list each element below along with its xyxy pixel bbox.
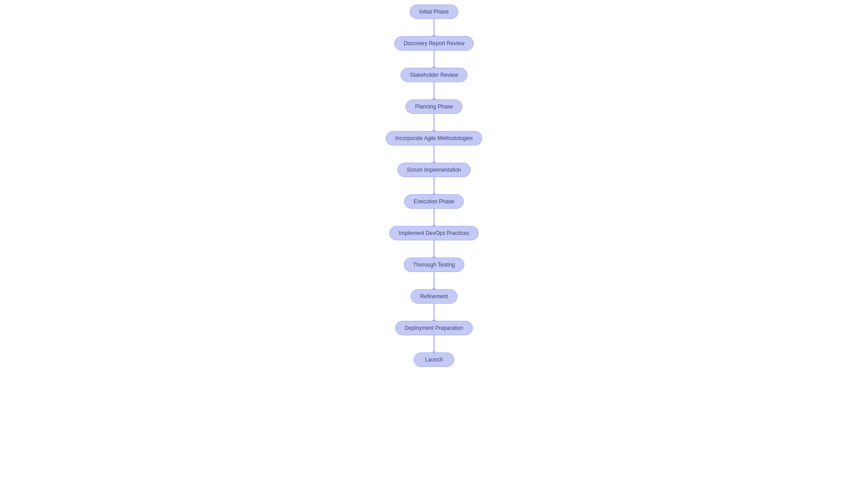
connector-execution-phase-to-implement-devops bbox=[434, 209, 434, 226]
connector-discovery-report-review-to-stakeholder-review bbox=[434, 51, 434, 68]
connector-initial-phase-to-discovery-report-review bbox=[434, 19, 434, 36]
node-discovery-report-review[interactable]: Discovery Report Review bbox=[394, 36, 474, 51]
node-scrum-implementation[interactable]: Scrum Implementation bbox=[397, 163, 471, 177]
flowchart: Initial PhaseDiscovery Report ReviewStak… bbox=[386, 5, 482, 367]
node-execution-phase[interactable]: Execution Phase bbox=[404, 194, 464, 209]
node-deployment-preparation[interactable]: Deployment Preparation bbox=[395, 321, 472, 335]
node-planning-phase[interactable]: Planning Phase bbox=[406, 99, 462, 114]
node-thorough-testing[interactable]: Thorough Testing bbox=[404, 258, 465, 272]
node-initial-phase[interactable]: Initial Phase bbox=[410, 5, 458, 19]
connector-incorporate-agile-to-scrum-implementation bbox=[434, 145, 434, 163]
connector-deployment-preparation-to-launch bbox=[434, 335, 434, 352]
connector-refinement-to-deployment-preparation bbox=[434, 304, 434, 321]
node-launch[interactable]: Launch bbox=[414, 352, 454, 367]
flowchart-container: Initial PhaseDiscovery Report ReviewStak… bbox=[0, 0, 868, 488]
connector-stakeholder-review-to-planning-phase bbox=[434, 82, 434, 99]
connector-thorough-testing-to-refinement bbox=[434, 272, 434, 289]
connector-implement-devops-to-thorough-testing bbox=[434, 240, 434, 258]
connector-scrum-implementation-to-execution-phase bbox=[434, 177, 434, 194]
node-refinement[interactable]: Refinement bbox=[410, 289, 457, 304]
node-incorporate-agile[interactable]: Incorporate Agile Methodologies bbox=[386, 131, 482, 145]
node-implement-devops[interactable]: Implement DevOps Practices bbox=[389, 226, 478, 240]
node-stakeholder-review[interactable]: Stakeholder Review bbox=[401, 68, 468, 82]
connector-planning-phase-to-incorporate-agile bbox=[434, 114, 434, 131]
